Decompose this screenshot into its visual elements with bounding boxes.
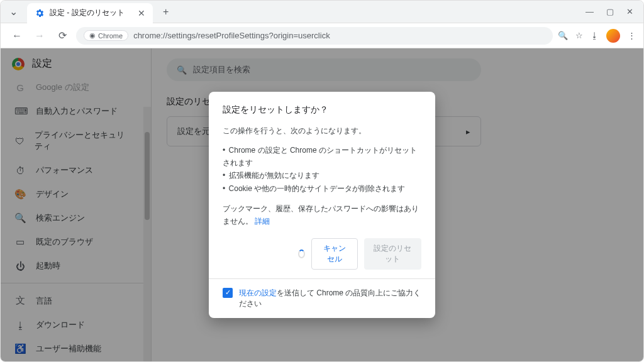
url-text: chrome://settings/resetProfileSettings?o… — [133, 31, 330, 40]
dialog-bullet: Cookie や他の一時的なサイトデータが削除されます — [223, 182, 421, 195]
address-bar: ← → ⟳ ◉ Chrome chrome://settings/resetPr… — [1, 23, 643, 48]
tab-title: 設定 - 設定のリセット — [50, 8, 125, 18]
reload-icon[interactable]: ⟳ — [53, 27, 71, 45]
dialog-intro: この操作を行うと、次のようになります。 — [223, 124, 421, 137]
dialog-bullet-list: Chrome の設定と Chrome のショートカットがリセットされます 拡張機… — [223, 144, 421, 195]
dialog-note: ブックマーク、履歴、保存したパスワードへの影響はありません。 詳細 — [223, 202, 421, 228]
browser-tab[interactable]: 設定 - 設定のリセット ✕ — [27, 3, 153, 23]
forward-icon[interactable]: → — [31, 27, 48, 45]
reset-confirm-button[interactable]: 設定のリセット — [364, 238, 421, 270]
search-icon[interactable]: 🔍 — [558, 31, 568, 40]
dialog-bullet: 拡張機能が無効になります — [223, 169, 421, 182]
details-link[interactable]: 詳細 — [255, 217, 270, 226]
window-controls: — ▢ ✕ — [575, 7, 643, 16]
menu-icon[interactable]: ⋮ — [628, 31, 636, 40]
tab-close-icon[interactable]: ✕ — [138, 8, 145, 18]
download-icon[interactable]: ⭳ — [591, 31, 599, 40]
dialog-title: 設定をリセットしますか？ — [223, 104, 421, 116]
minimize-icon[interactable]: — — [586, 7, 594, 16]
current-settings-link[interactable]: 現在の設定 — [239, 288, 277, 297]
url-field[interactable]: ◉ Chrome chrome://settings/resetProfileS… — [76, 27, 553, 45]
maximize-icon[interactable]: ▢ — [606, 7, 614, 16]
modal-overlay: 設定をリセットしますか？ この操作を行うと、次のようになります。 Chrome … — [1, 48, 643, 361]
browser-window: ⌄ 設定 - 設定のリセット ✕ + — ▢ ✕ ← → ⟳ ◉ Chrome … — [0, 0, 644, 362]
close-icon[interactable]: ✕ — [626, 7, 633, 16]
dialog-footer: ✓ 現在の設定を送信して Chrome の品質向上にご協力ください — [209, 278, 435, 318]
titlebar: ⌄ 設定 - 設定のリセット ✕ + — ▢ ✕ — [1, 1, 643, 23]
url-chip: ◉ Chrome — [84, 30, 128, 41]
bookmark-icon[interactable]: ☆ — [575, 31, 583, 40]
loading-spinner-icon — [298, 250, 305, 258]
profile-avatar[interactable] — [606, 29, 620, 43]
new-tab-button[interactable]: + — [158, 6, 174, 18]
tab-dropdown-icon[interactable]: ⌄ — [4, 3, 22, 21]
report-checkbox[interactable]: ✓ — [223, 288, 233, 298]
dialog-bullet: Chrome の設定と Chrome のショートカットがリセットされます — [223, 144, 421, 170]
checkbox-label: 現在の設定を送信して Chrome の品質向上にご協力ください — [239, 288, 421, 309]
chrome-chip-icon: ◉ — [89, 31, 96, 40]
reset-dialog: 設定をリセットしますか？ この操作を行うと、次のようになります。 Chrome … — [209, 92, 435, 318]
cancel-button[interactable]: キャンセル — [311, 238, 358, 270]
content-area: 設定 GGoogle の設定 ⌨自動入力とパスワード 🛡プライバシーとセキュリテ… — [1, 48, 643, 361]
gear-icon — [35, 8, 45, 18]
back-icon[interactable]: ← — [8, 27, 26, 45]
